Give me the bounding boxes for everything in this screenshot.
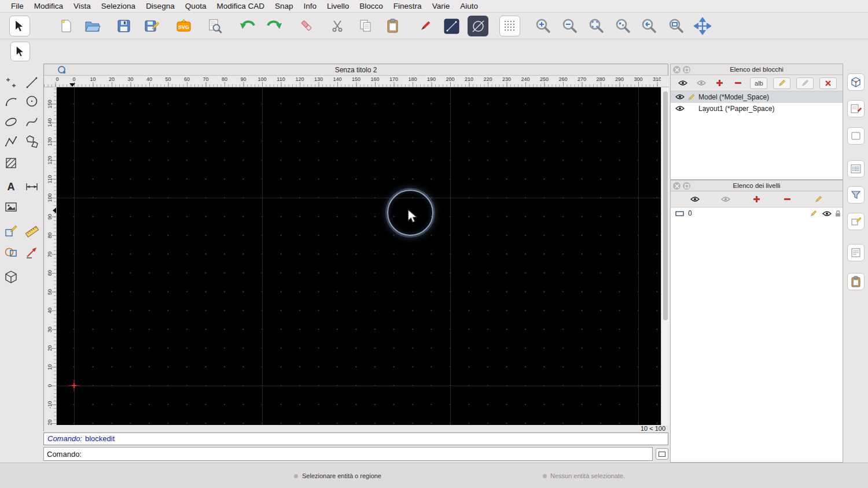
edit-block-attributes-button[interactable]: [796, 77, 814, 89]
edit-pencil-icon[interactable]: [810, 210, 817, 217]
menu-item-varie[interactable]: Varie: [427, 0, 455, 13]
dock-block-list-button[interactable]: [847, 73, 865, 91]
menu-item-modifica-cad[interactable]: Modifica CAD: [211, 0, 270, 13]
svg-export-button[interactable]: SVG: [173, 16, 194, 36]
command-window-toggle-button[interactable]: [656, 448, 668, 460]
coordinate-display: -1,93.4 @-1,93.4: [2, 467, 28, 488]
edit-block-button[interactable]: [773, 77, 790, 89]
block-list-item[interactable]: Layout1 (*Paper_Space): [671, 103, 843, 114]
dock-list-view-button[interactable]: [847, 160, 865, 178]
menu-item-snap[interactable]: Snap: [270, 0, 299, 13]
modify-tool-button[interactable]: [2, 223, 20, 240]
edit-layer-button[interactable]: [812, 194, 825, 205]
zoom-out-button[interactable]: [559, 16, 580, 36]
dock-pencil-box-button[interactable]: [847, 213, 865, 230]
ellipse-tool-button[interactable]: [2, 113, 20, 131]
info-tool-button[interactable]: [23, 243, 41, 261]
visibility-eye-icon[interactable]: [822, 210, 832, 217]
window-titlebar[interactable]: Senza titolo 2: [44, 64, 668, 76]
command-input[interactable]: [84, 448, 652, 460]
remove-block-button[interactable]: [732, 77, 745, 89]
select-button[interactable]: [9, 16, 30, 36]
add-block-button[interactable]: [713, 77, 726, 89]
menu-item-livello[interactable]: Livello: [322, 0, 354, 13]
show-all-layers-button[interactable]: [689, 194, 701, 205]
pen-button[interactable]: [414, 16, 435, 36]
lock-icon[interactable]: [835, 210, 841, 217]
vertical-scrollbar[interactable]: [661, 87, 669, 425]
delete-block-button[interactable]: [819, 77, 837, 89]
arc-tool-button[interactable]: [2, 93, 20, 110]
measure-tool-button[interactable]: [23, 223, 41, 240]
undo-button[interactable]: [237, 16, 258, 36]
v-ruler-label: -20: [47, 417, 53, 425]
save-as-button[interactable]: [141, 16, 162, 36]
menu-item-finestra[interactable]: Finestra: [388, 0, 427, 13]
close-icon[interactable]: [673, 182, 681, 190]
visibility-eye-icon[interactable]: [675, 94, 685, 100]
polygon-tool-button[interactable]: [23, 133, 41, 150]
visibility-eye-icon[interactable]: [675, 105, 685, 112]
float-panel-icon[interactable]: [683, 182, 690, 190]
hide-all-blocks-button[interactable]: [695, 77, 708, 89]
float-panel-icon[interactable]: [683, 66, 690, 73]
paste-button[interactable]: [382, 16, 403, 36]
polyline-tool-button[interactable]: [2, 133, 20, 150]
dock-clipboard-button[interactable]: [847, 273, 865, 290]
dock-filter-button[interactable]: [847, 186, 865, 204]
new-file-button[interactable]: [56, 16, 76, 36]
line-tool-button[interactable]: [441, 16, 462, 36]
block-tool-button[interactable]: [2, 268, 20, 286]
block-list-item[interactable]: Model (*Model_Space): [671, 91, 843, 103]
menu-item-blocco[interactable]: Blocco: [354, 0, 388, 13]
menu-item-disegna[interactable]: Disegna: [141, 0, 180, 13]
zoom-in-button[interactable]: [532, 16, 553, 36]
zoom-previous-button[interactable]: [638, 16, 659, 36]
menu-item-info[interactable]: Info: [299, 0, 322, 13]
copy-button[interactable]: [355, 16, 376, 36]
spline-tool-button[interactable]: [23, 113, 41, 131]
zoom-auto-button[interactable]: [586, 16, 606, 36]
save-button[interactable]: [113, 16, 134, 36]
menu-item-seleziona[interactable]: Seleziona: [96, 0, 141, 13]
add-layer-button[interactable]: [750, 194, 763, 205]
layer-list-item[interactable]: 0: [671, 208, 843, 219]
drawing-canvas[interactable]: [57, 87, 661, 425]
edit-entity-tool-button[interactable]: [2, 243, 20, 261]
eraser-button[interactable]: [296, 16, 317, 36]
show-all-blocks-button[interactable]: [676, 77, 689, 89]
hatch-tool-button[interactable]: [2, 154, 20, 172]
menu-item-vista[interactable]: Vista: [68, 0, 96, 13]
menu-item-aiuto[interactable]: Aiuto: [455, 0, 483, 13]
remove-layer-button[interactable]: [781, 194, 794, 205]
circle-tool-button[interactable]: [468, 16, 488, 36]
rename-block-button[interactable]: alb: [750, 77, 767, 89]
open-file-button[interactable]: [82, 16, 103, 36]
print-preview-button[interactable]: [204, 16, 225, 36]
v-ruler-label: 50: [47, 286, 53, 298]
menu-item-modifica[interactable]: Modifica: [29, 0, 68, 13]
dimension-tool-button[interactable]: [23, 178, 41, 195]
close-icon[interactable]: [673, 66, 681, 73]
redo-button[interactable]: [264, 16, 285, 36]
zoom-pan-button[interactable]: [692, 16, 713, 36]
circle-tool-palette-button[interactable]: [23, 93, 41, 110]
dock-layer-list-button[interactable]: [847, 100, 865, 117]
zoom-window-button[interactable]: [665, 16, 686, 36]
points-tool-button[interactable]: [2, 74, 20, 91]
image-tool-button[interactable]: [2, 198, 20, 216]
menu-item-quota[interactable]: Quota: [180, 0, 212, 13]
line-tool-palette-button[interactable]: [23, 74, 41, 91]
edit-pencil-icon[interactable]: [687, 94, 695, 101]
dock-library-button[interactable]: [847, 127, 865, 145]
text-tool-button[interactable]: A: [2, 178, 20, 195]
window-title: Senza titolo 2: [335, 66, 377, 74]
snap-grid-button[interactable]: [499, 16, 520, 36]
scrollbar-thumb[interactable]: [663, 91, 668, 320]
zoom-redraw-button[interactable]: [612, 16, 633, 36]
hide-all-layers-button[interactable]: [719, 194, 732, 205]
dock-command-line-button[interactable]: [847, 244, 865, 261]
palette-select-button[interactable]: [10, 42, 30, 61]
cut-button[interactable]: [327, 16, 348, 36]
menu-item-file[interactable]: File: [6, 0, 29, 13]
